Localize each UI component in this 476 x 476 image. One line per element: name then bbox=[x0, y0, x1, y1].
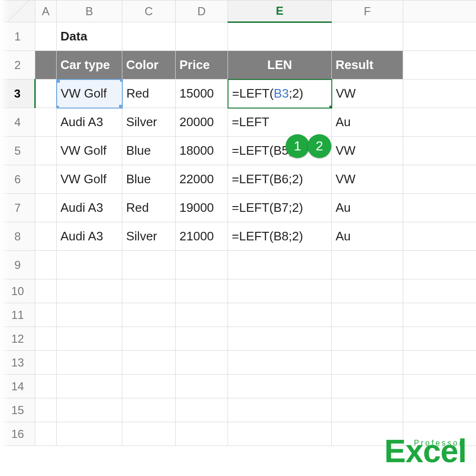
row-13: 13 bbox=[0, 351, 476, 375]
cell-F4[interactable]: Au bbox=[332, 108, 403, 137]
row-15: 15 bbox=[0, 398, 476, 422]
row-1: 1 Data bbox=[0, 22, 476, 51]
row-header-12[interactable]: 12 bbox=[0, 327, 35, 351]
spreadsheet-grid[interactable]: A B C D E F 1 Data 2 Car type Color Pric… bbox=[0, 0, 476, 446]
row-14: 14 bbox=[0, 375, 476, 398]
cell-B3-value: VW Golf bbox=[61, 86, 107, 100]
cell-A2[interactable] bbox=[35, 51, 57, 79]
formula-suffix: ;2) bbox=[289, 86, 303, 100]
cell-E2[interactable]: LEN bbox=[228, 51, 332, 79]
cell-C1[interactable] bbox=[122, 22, 176, 51]
col-header-C[interactable]: C bbox=[122, 0, 176, 22]
cell-C7[interactable]: Red bbox=[122, 194, 176, 222]
row-10: 10 bbox=[0, 279, 476, 303]
row-header-5[interactable]: 5 bbox=[0, 137, 35, 165]
row-header-7[interactable]: 7 bbox=[0, 194, 35, 222]
cell-F3[interactable]: VW bbox=[332, 79, 403, 108]
cell-D4[interactable]: 20000 bbox=[176, 108, 228, 137]
cell-C5[interactable]: Blue bbox=[122, 137, 176, 165]
row-header-11[interactable]: 11 bbox=[0, 303, 35, 327]
row-header-1[interactable]: 1 bbox=[0, 22, 35, 51]
col-header-G[interactable] bbox=[403, 0, 476, 22]
cell-C4[interactable]: Silver bbox=[122, 108, 176, 137]
row-header-14[interactable]: 14 bbox=[0, 375, 35, 398]
watermark-big: Excel bbox=[384, 433, 466, 469]
column-header-row: A B C D E F bbox=[0, 0, 476, 22]
callout-badge-1: 1 bbox=[286, 134, 309, 158]
row-7: 7 Audi A3 Red 19000 =LEFT(B7;2) Au bbox=[0, 194, 476, 222]
cell-E4[interactable]: =LEFT bbox=[228, 108, 332, 137]
row-2: 2 Car type Color Price LEN Result bbox=[0, 51, 476, 79]
col-header-D[interactable]: D bbox=[176, 0, 228, 22]
cell-G1[interactable] bbox=[403, 22, 476, 51]
cell-E8[interactable]: =LEFT(B8;2) bbox=[228, 222, 332, 251]
cell-B6[interactable]: VW Golf bbox=[57, 165, 122, 194]
col-header-F[interactable]: F bbox=[332, 0, 403, 22]
cell-G5[interactable] bbox=[403, 137, 476, 165]
cell-B2[interactable]: Car type bbox=[57, 51, 122, 79]
cell-D2[interactable]: Price bbox=[176, 51, 228, 79]
row-5: 5 VW Golf Blue 18000 =LEFT(B5;2) VW bbox=[0, 137, 476, 165]
col-header-A[interactable]: A bbox=[35, 0, 57, 22]
cell-G8[interactable] bbox=[403, 222, 476, 251]
row-8: 8 Audi A3 Silver 21000 =LEFT(B8;2) Au bbox=[0, 222, 476, 251]
cell-F2[interactable]: Result bbox=[332, 51, 403, 79]
formula-ref: B3 bbox=[274, 86, 289, 100]
row-9: 9 bbox=[0, 251, 476, 279]
cell-E6[interactable]: =LEFT(B6;2) bbox=[228, 165, 332, 194]
cell-B7[interactable]: Audi A3 bbox=[57, 194, 122, 222]
col-header-E[interactable]: E bbox=[228, 0, 332, 22]
cell-D5[interactable]: 18000 bbox=[176, 137, 228, 165]
row-3: 3 VW Golf Red 15000 =LEFT(B3;2) VW bbox=[0, 79, 476, 108]
cell-F1[interactable] bbox=[332, 22, 403, 51]
cell-G6[interactable] bbox=[403, 165, 476, 194]
cell-C6[interactable]: Blue bbox=[122, 165, 176, 194]
cell-E1[interactable] bbox=[228, 22, 332, 51]
cell-B4[interactable]: Audi A3 bbox=[57, 108, 122, 137]
row-header-13[interactable]: 13 bbox=[0, 351, 35, 375]
row-11: 11 bbox=[0, 303, 476, 327]
cell-D3[interactable]: 15000 bbox=[176, 79, 228, 108]
cell-A5[interactable] bbox=[35, 137, 57, 165]
cell-A7[interactable] bbox=[35, 194, 57, 222]
cell-D6[interactable]: 22000 bbox=[176, 165, 228, 194]
row-header-6[interactable]: 6 bbox=[0, 165, 35, 194]
cell-B8[interactable]: Audi A3 bbox=[57, 222, 122, 251]
cell-C3[interactable]: Red bbox=[122, 79, 176, 108]
row-header-16[interactable]: 16 bbox=[0, 422, 35, 446]
cell-E7[interactable]: =LEFT(B7;2) bbox=[228, 194, 332, 222]
cell-G3[interactable] bbox=[403, 79, 476, 108]
row-header-9[interactable]: 9 bbox=[0, 251, 35, 279]
cell-D8[interactable]: 21000 bbox=[176, 222, 228, 251]
select-all-corner[interactable] bbox=[0, 0, 35, 22]
cell-C2[interactable]: Color bbox=[122, 51, 176, 79]
row-6: 6 VW Golf Blue 22000 =LEFT(B6;2) VW bbox=[0, 165, 476, 194]
row-header-8[interactable]: 8 bbox=[0, 222, 35, 251]
cell-E3[interactable]: =LEFT(B3;2) bbox=[228, 79, 332, 108]
cell-G4[interactable] bbox=[403, 108, 476, 137]
cell-A8[interactable] bbox=[35, 222, 57, 251]
cell-B1[interactable]: Data bbox=[57, 22, 122, 51]
cell-F8[interactable]: Au bbox=[332, 222, 403, 251]
cell-G7[interactable] bbox=[403, 194, 476, 222]
cell-F5[interactable]: VW bbox=[332, 137, 403, 165]
row-header-4[interactable]: 4 bbox=[0, 108, 35, 137]
row-header-15[interactable]: 15 bbox=[0, 398, 35, 422]
row-header-10[interactable]: 10 bbox=[0, 279, 35, 303]
col-header-B[interactable]: B bbox=[57, 0, 122, 22]
cell-A6[interactable] bbox=[35, 165, 57, 194]
formula-prefix: =LEFT( bbox=[232, 86, 274, 100]
cell-D1[interactable] bbox=[176, 22, 228, 51]
cell-B3[interactable]: VW Golf bbox=[57, 79, 122, 108]
cell-A3[interactable] bbox=[35, 79, 57, 108]
cell-A4[interactable] bbox=[35, 108, 57, 137]
cell-F7[interactable]: Au bbox=[332, 194, 403, 222]
row-header-3[interactable]: 3 bbox=[0, 79, 35, 108]
row-header-2[interactable]: 2 bbox=[0, 51, 35, 79]
cell-A1[interactable] bbox=[35, 22, 57, 51]
cell-G2[interactable] bbox=[403, 51, 476, 79]
cell-F6[interactable]: VW bbox=[332, 165, 403, 194]
cell-C8[interactable]: Silver bbox=[122, 222, 176, 251]
cell-D7[interactable]: 19000 bbox=[176, 194, 228, 222]
cell-B5[interactable]: VW Golf bbox=[57, 137, 122, 165]
